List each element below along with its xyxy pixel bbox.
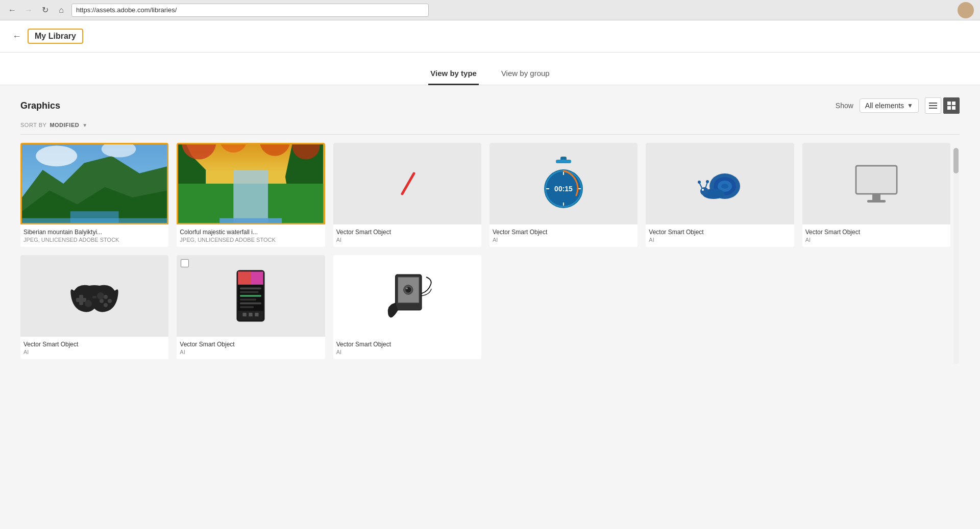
monitor-icon (851, 161, 902, 207)
item-info: Vector Smart Object AI (489, 224, 638, 247)
items-grid-row2: Vector Smart Object AI (20, 255, 950, 359)
svg-point-44 (702, 189, 704, 191)
browser-chrome: ← → ↻ ⌂ (0, 0, 980, 20)
svg-rect-1 (929, 105, 937, 106)
tab-view-by-group[interactable]: View by group (499, 63, 552, 85)
svg-point-53 (100, 299, 104, 303)
list-item[interactable]: Vector Smart Object AI (646, 143, 794, 247)
item-thumbnail (333, 255, 481, 337)
drawing-icon (379, 265, 435, 326)
svg-rect-63 (240, 291, 259, 293)
item-name: Vector Smart Object (649, 229, 791, 236)
refresh-button[interactable]: ↻ (39, 4, 51, 16)
list-item[interactable]: Vector Smart Object AI (20, 255, 168, 359)
svg-rect-0 (929, 103, 937, 104)
svg-point-54 (104, 303, 108, 307)
item-info: Vector Smart Object AI (333, 337, 481, 359)
my-library-badge[interactable]: My Library (28, 29, 83, 44)
list-item[interactable]: Colorful majestic waterfall i... JPEG, U… (177, 143, 325, 247)
list-view-button[interactable] (925, 97, 941, 114)
item-thumbnail (20, 255, 168, 337)
svg-point-56 (97, 292, 104, 299)
header-back-arrow[interactable]: ← (12, 31, 21, 42)
chevron-down-icon: ▼ (907, 102, 913, 109)
forward-button[interactable]: → (22, 4, 35, 16)
svg-point-12 (36, 146, 77, 167)
item-info: Vector Smart Object AI (177, 337, 325, 359)
item-thumbnail (646, 143, 794, 224)
item-thumbnail: 00:15 (489, 143, 638, 224)
list-item[interactable]: Siberian mountain Balyiktyi... JPEG, UNL… (20, 143, 168, 247)
item-info: Colorful majestic waterfall i... JPEG, U… (177, 224, 325, 247)
svg-rect-11 (22, 218, 167, 223)
item-info: Vector Smart Object AI (20, 337, 168, 359)
svg-point-42 (698, 181, 701, 184)
svg-rect-26 (556, 160, 571, 163)
svg-rect-2 (929, 108, 937, 109)
item-name: Vector Smart Object (336, 229, 478, 236)
address-bar[interactable] (71, 4, 429, 17)
empty-cell (802, 255, 950, 359)
item-info: Vector Smart Object AI (646, 224, 794, 247)
section-header: Graphics Show All elements ▼ (20, 97, 960, 114)
grid-section: Siberian mountain Balyiktyi... JPEG, UNL… (20, 143, 960, 359)
item-meta: AI (336, 237, 478, 243)
main-content: Graphics Show All elements ▼ (0, 85, 980, 529)
app-header: ← My Library (0, 20, 980, 53)
list-item[interactable]: Vector Smart Object AI (333, 255, 481, 359)
sort-chevron-icon[interactable]: ▼ (82, 122, 87, 128)
svg-rect-46 (857, 167, 895, 192)
item-name: Vector Smart Object (180, 341, 322, 348)
stopwatch-icon: 00:15 (538, 156, 589, 212)
svg-point-37 (721, 184, 728, 189)
item-checkbox[interactable] (181, 259, 189, 267)
back-button[interactable]: ← (6, 4, 18, 16)
sort-bar: SORT BY MODIFIED ▼ (20, 122, 960, 135)
svg-point-55 (85, 300, 92, 307)
svg-rect-57 (92, 296, 96, 298)
home-button[interactable]: ⌂ (55, 4, 67, 16)
item-info: Vector Smart Object AI (802, 224, 950, 247)
item-name: Vector Smart Object (23, 341, 165, 348)
scrollbar-track[interactable] (952, 143, 960, 359)
show-dropdown[interactable]: All elements ▼ (860, 98, 919, 113)
svg-rect-71 (255, 313, 259, 316)
item-meta: JPEG, UNLICENSED ADOBE STOCK (23, 237, 165, 243)
section-controls: Show All elements ▼ (836, 97, 960, 114)
svg-rect-50 (76, 298, 86, 302)
svg-rect-47 (872, 194, 880, 200)
list-item[interactable]: Vector Smart Object AI (333, 143, 481, 247)
svg-rect-18 (234, 170, 268, 223)
svg-rect-65 (240, 299, 256, 301)
list-item[interactable]: Vector Smart Object AI (177, 255, 325, 359)
svg-rect-70 (249, 313, 253, 316)
item-thumbnail (802, 143, 950, 224)
item-meta: AI (493, 237, 634, 243)
list-item[interactable]: 00:15 Vector Smart Object AI (489, 143, 638, 247)
svg-point-52 (108, 299, 112, 303)
list-item[interactable]: Vector Smart Object AI (802, 143, 950, 247)
snail-icon (694, 163, 745, 204)
item-meta: AI (336, 349, 478, 355)
section-title: Graphics (20, 100, 60, 111)
svg-rect-5 (947, 106, 951, 110)
svg-text:00:15: 00:15 (554, 185, 573, 193)
item-thumbnail (333, 143, 481, 224)
profile-avatar (958, 2, 974, 18)
item-meta: AI (649, 237, 791, 243)
item-name: Vector Smart Object (336, 341, 478, 348)
svg-rect-19 (220, 218, 282, 223)
show-label: Show (836, 102, 853, 110)
item-info: Vector Smart Object AI (333, 224, 481, 247)
sort-by-label: SORT BY (20, 122, 46, 128)
item-name: Siberian mountain Balyiktyi... (23, 229, 165, 236)
svg-rect-48 (867, 200, 886, 203)
svg-rect-64 (240, 295, 261, 297)
dropdown-label: All elements (865, 102, 904, 110)
grid-view-button[interactable] (943, 97, 960, 114)
tab-view-by-type[interactable]: View by type (428, 63, 479, 85)
svg-rect-69 (243, 313, 247, 316)
view-toggle (925, 97, 960, 114)
scrollbar-thumb[interactable] (953, 148, 959, 173)
item-thumbnail (177, 143, 325, 224)
